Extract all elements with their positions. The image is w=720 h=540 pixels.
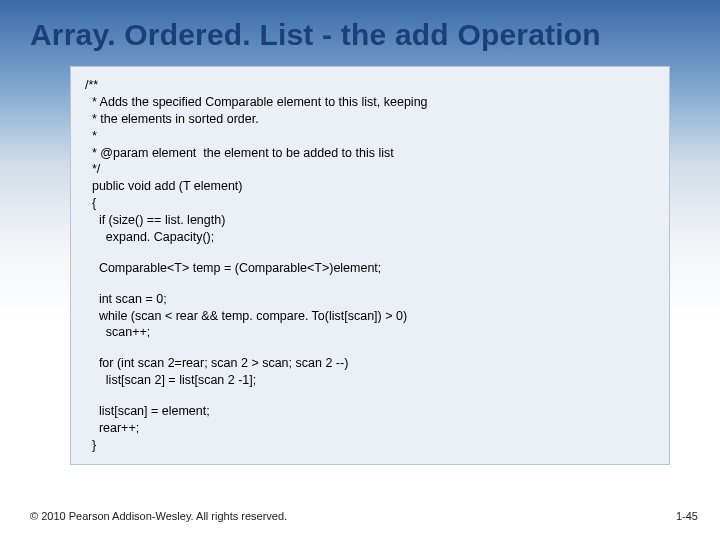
code-line: /** (85, 77, 655, 94)
code-line: rear++; (85, 420, 655, 437)
copyright-footer: © 2010 Pearson Addison-Wesley. All right… (30, 510, 287, 522)
code-line: { (85, 195, 655, 212)
code-line: } (85, 437, 655, 454)
page-number: 1-45 (676, 510, 698, 522)
code-line: * @param element the element to be added… (85, 145, 655, 162)
code-line: list[scan] = element; (85, 403, 655, 420)
code-line: Comparable<T> temp = (Comparable<T>)elem… (85, 260, 655, 277)
code-block: /** * Adds the specified Comparable elem… (70, 66, 670, 465)
code-blank (85, 341, 655, 355)
slide-title: Array. Ordered. List - the add Operation (30, 18, 690, 52)
code-blank (85, 246, 655, 260)
code-line: * (85, 128, 655, 145)
code-line: * Adds the specified Comparable element … (85, 94, 655, 111)
code-line: expand. Capacity(); (85, 229, 655, 246)
code-blank (85, 389, 655, 403)
code-line: list[scan 2] = list[scan 2 -1]; (85, 372, 655, 389)
code-line: scan++; (85, 324, 655, 341)
code-line: while (scan < rear && temp. compare. To(… (85, 308, 655, 325)
code-line: * the elements in sorted order. (85, 111, 655, 128)
code-line: int scan = 0; (85, 291, 655, 308)
code-line: if (size() == list. length) (85, 212, 655, 229)
code-line: for (int scan 2=rear; scan 2 > scan; sca… (85, 355, 655, 372)
code-line: public void add (T element) (85, 178, 655, 195)
slide: Array. Ordered. List - the add Operation… (0, 0, 720, 540)
code-blank (85, 277, 655, 291)
code-line: */ (85, 161, 655, 178)
